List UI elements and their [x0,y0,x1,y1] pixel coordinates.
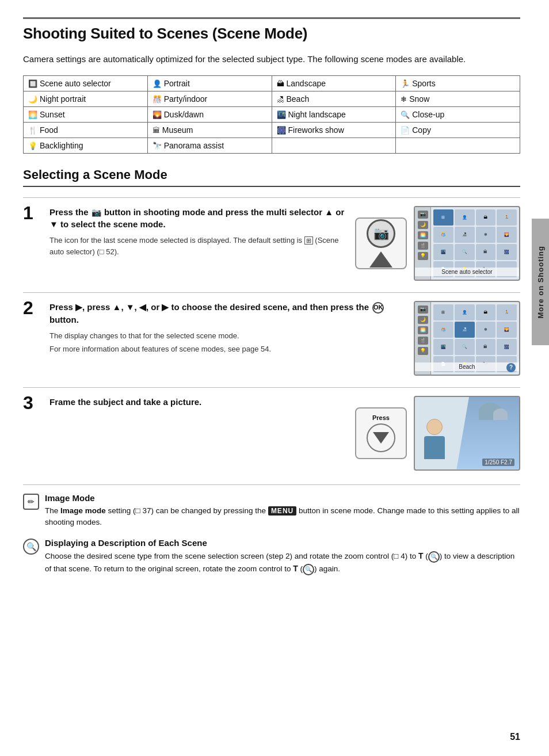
table-cell: 📄Copy [396,122,520,138]
pencil-icon: ✏ [23,494,39,510]
grid-cell-9: 🌃 [433,244,453,260]
left2-icon-1: 📷 [418,306,428,314]
arrow-up-icon [369,251,392,268]
grid-cell-10: 🔍 [455,244,475,260]
table-cell: 🍴Food [24,122,148,138]
table-cell: 🔲Scene auto selector [24,75,148,91]
step-3-images: Press 1/ [355,396,520,471]
down-arrow [373,432,389,444]
left-icon-2: 🌙 [418,221,428,229]
step-1-screen: 📷 🌙 🌅 🍴 💡 ⊞ 👤 🏔 🏃 🎊 🏖 [414,206,520,281]
grid-cell-3: 🏔 [476,209,496,226]
left-icon-5: 💡 [418,252,428,260]
steps-section: 1 Press the 📷 button in shooting mode an… [23,197,520,471]
left2-icon-5: 💡 [418,347,428,355]
scene-icon: 🏃 [401,79,410,88]
table-cell: 🏔Landscape [272,75,396,91]
step-2-number: 2 [23,299,44,317]
step-2-images: 📷 🌙 🌅 🍴 💡 ⊞ 👤 🏔 🏃 🎊 🏖 [414,301,520,376]
intro-text: Camera settings are automatically optimi… [23,53,520,66]
scene-icon: 🏖 [277,95,284,104]
table-cell: ❄Snow [396,91,520,106]
grid-cell-7: ❄ [476,227,496,243]
left-icon-1: 📷 [418,211,428,219]
person-body [424,436,445,459]
camera-shutter-icon: 📷 [367,219,395,248]
step-1-content: Press the 📷 button in shooting mode and … [49,206,346,260]
table-cell: 🌃Night landscape [272,106,396,122]
table-cell: 🏛Museum [147,122,272,138]
grid-cell-5: 🎊 [433,227,453,243]
scene-icon: 🏔 [277,79,284,88]
step-2-sub1: The display changes to that for the sele… [49,330,405,342]
grid2-cell-1: ⊞ [433,304,453,320]
menu-key: MENU [268,506,296,516]
left-icon-4: 🍴 [418,242,428,250]
person-head [426,419,443,435]
step-2-screen-label: Beach [415,362,519,371]
left-icon-3: 🌅 [418,231,428,239]
note-description: 🔍 Displaying a Description of Each Scene… [23,538,520,575]
grid-cell-6: 🏖 [455,227,475,243]
scene-icon: 🎆 [277,126,286,135]
scene-icon: 📄 [401,126,410,135]
step-1-title: Press the 📷 button in shooting mode and … [49,206,346,231]
step-1-button-illustration: 📷 [355,217,407,269]
scene-icon: 🔲 [28,79,37,88]
scene-modes-table: 🔲Scene auto selector👤Portrait🏔Landscape🏃… [23,75,520,154]
table-cell: 🔭Panorama assist [147,138,272,153]
step-1-number: 1 [23,204,44,222]
grid-cell-11: 🏛 [476,244,496,260]
photo-counter: 1/250 F2.7 [482,459,514,466]
scene-icon: 🌙 [28,95,37,104]
scene-icon: 🎊 [152,95,162,104]
grid-cell-1: ⊞ [433,209,453,226]
step-2-screen: 📷 🌙 🌅 🍴 💡 ⊞ 👤 🏔 🏃 🎊 🏖 [414,301,520,376]
table-cell: 🌙Night portrait [24,91,148,106]
left2-icon-4: 🍴 [418,337,428,345]
scene-icon: 🏛 [152,126,160,135]
note-image-mode-body: The Image mode setting (□ 37) can be cha… [45,505,520,529]
camera-icon: 📷 [92,207,101,219]
side-tab: More on Shooting [532,219,549,345]
grid-cell-2: 👤 [455,209,475,226]
scene-icon: ❄ [401,95,407,104]
step-2-content: Press ▶, press ▲, ▼, ◀, or ▶ to choose t… [49,301,405,357]
side-tab-label: More on Shooting [536,246,545,318]
shutter-press-inner: Press [367,414,395,452]
grid-cell-12: 🎆 [497,244,517,260]
table-cell: 🏃Sports [396,75,520,91]
table-cell: 🌄Dusk/dawn [147,106,272,122]
table-cell: 🎆Fireworks show [272,122,396,138]
grid2-cell-12: 🎆 [497,339,517,355]
ok-icon: OK [372,302,384,314]
step-3: 3 Frame the subject and take a picture. … [23,387,520,471]
scene-icon: 🌃 [277,110,286,119]
step-1: 1 Press the 📷 button in shooting mode an… [23,197,520,281]
person-in-photo [426,419,445,459]
left2-icon-2: 🌙 [418,316,428,324]
photo-result: 1/250 F2.7 [414,396,520,471]
note-image-mode-content: Image Mode The Image mode setting (□ 37)… [45,493,520,529]
step-3-title: Frame the subject and take a picture. [49,396,346,408]
table-cell: 👤Portrait [147,75,272,91]
scene-icon: 🔭 [152,142,162,150]
grid2-cell-10: 🔍 [455,339,475,355]
shutter-press-illustration: Press [355,407,407,459]
table-cell: 💡Backlighting [24,138,148,153]
grid2-cell-3: 🏔 [476,304,496,320]
sail-shape [493,408,508,420]
notes-section: ✏ Image Mode The Image mode setting (□ 3… [23,484,520,576]
left2-icon-3: 🌅 [418,326,428,334]
table-cell [272,138,396,153]
scene-icon: 🔍 [401,110,410,119]
step-2-title: Press ▶, press ▲, ▼, ◀, or ▶ to choose t… [49,301,405,326]
grid2-cell-2: 👤 [455,304,475,320]
grid2-cell-7: ❄ [476,322,496,338]
table-cell: 🏖Beach [272,91,396,106]
step-1-images: 📷 📷 🌙 🌅 🍴 💡 ⊞ [355,206,520,281]
grid-cell-8: 🌄 [497,227,517,243]
help-icon: ? [506,363,516,372]
scene-icon: 🌅 [28,110,37,119]
table-cell [396,138,520,153]
